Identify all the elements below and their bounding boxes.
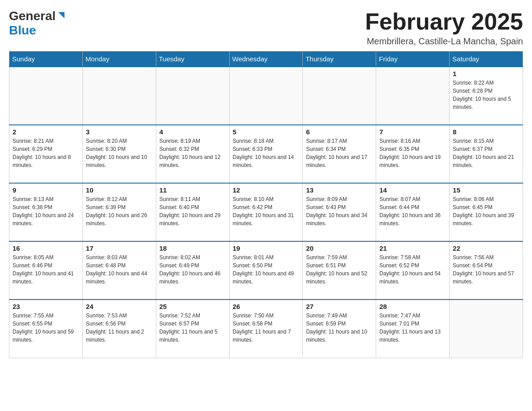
weekday-header-monday: Monday: [82, 51, 156, 67]
day-number: 17: [86, 244, 153, 252]
day-number: 23: [13, 303, 79, 310]
day-info: Sunrise: 8:10 AMSunset: 6:42 PMDaylight:…: [233, 195, 300, 227]
day-number: 25: [159, 303, 226, 310]
logo-triangle-icon: [56, 10, 66, 20]
logo-general: General: [9, 9, 56, 23]
day-number: 6: [306, 128, 373, 136]
day-number: 5: [233, 128, 300, 136]
calendar-cell: [156, 67, 229, 125]
day-number: 13: [306, 186, 373, 194]
calendar-cell: [82, 67, 156, 125]
day-number: 2: [13, 128, 79, 136]
day-number: 1: [453, 70, 519, 77]
calendar-cell: 12Sunrise: 8:10 AMSunset: 6:42 PMDayligh…: [229, 183, 303, 241]
day-info: Sunrise: 8:11 AMSunset: 6:40 PMDaylight:…: [159, 195, 226, 227]
day-info: Sunrise: 8:07 AMSunset: 6:44 PMDaylight:…: [379, 195, 446, 227]
day-info: Sunrise: 8:15 AMSunset: 6:37 PMDaylight:…: [453, 137, 519, 169]
page-header: General Blue February 2025 Membrillera, …: [9, 9, 523, 47]
calendar-cell: 2Sunrise: 8:21 AMSunset: 6:29 PMDaylight…: [9, 125, 83, 183]
calendar-cell: 21Sunrise: 7:58 AMSunset: 6:52 PMDayligh…: [376, 241, 450, 300]
calendar-cell: 28Sunrise: 7:47 AMSunset: 7:01 PMDayligh…: [376, 300, 450, 358]
day-number: 21: [379, 244, 446, 252]
day-info: Sunrise: 8:19 AMSunset: 6:32 PMDaylight:…: [159, 137, 226, 169]
calendar-cell: [229, 67, 303, 125]
day-number: 28: [379, 303, 446, 310]
calendar-cell: 14Sunrise: 8:07 AMSunset: 6:44 PMDayligh…: [376, 183, 450, 241]
day-info: Sunrise: 7:58 AMSunset: 6:52 PMDaylight:…: [379, 253, 446, 286]
day-info: Sunrise: 8:16 AMSunset: 6:35 PMDaylight:…: [379, 137, 446, 169]
week-row-1: 1Sunrise: 8:22 AMSunset: 6:28 PMDaylight…: [9, 67, 523, 125]
svg-marker-0: [58, 12, 64, 18]
calendar-cell: [450, 300, 523, 358]
day-info: Sunrise: 8:21 AMSunset: 6:29 PMDaylight:…: [13, 137, 79, 169]
week-row-3: 9Sunrise: 8:13 AMSunset: 6:38 PMDaylight…: [9, 183, 523, 241]
day-info: Sunrise: 7:55 AMSunset: 6:55 PMDaylight:…: [13, 312, 79, 344]
day-info: Sunrise: 7:59 AMSunset: 6:51 PMDaylight:…: [306, 253, 373, 286]
day-number: 22: [453, 244, 519, 252]
day-info: Sunrise: 7:53 AMSunset: 6:56 PMDaylight:…: [86, 312, 153, 344]
day-number: 16: [13, 244, 79, 252]
calendar-cell: 3Sunrise: 8:20 AMSunset: 6:30 PMDaylight…: [82, 125, 156, 183]
calendar-cell: 19Sunrise: 8:01 AMSunset: 6:50 PMDayligh…: [229, 241, 303, 300]
day-info: Sunrise: 8:18 AMSunset: 6:33 PMDaylight:…: [233, 137, 300, 169]
day-number: 15: [453, 186, 519, 194]
calendar-cell: 17Sunrise: 8:03 AMSunset: 6:48 PMDayligh…: [82, 241, 156, 300]
day-number: 7: [379, 128, 446, 136]
day-number: 9: [13, 186, 79, 194]
day-info: Sunrise: 8:20 AMSunset: 6:30 PMDaylight:…: [86, 137, 153, 169]
weekday-header-wednesday: Wednesday: [229, 51, 303, 67]
calendar-cell: 27Sunrise: 7:49 AMSunset: 6:59 PMDayligh…: [303, 300, 376, 358]
day-info: Sunrise: 8:06 AMSunset: 6:45 PMDaylight:…: [453, 195, 519, 227]
day-number: 14: [379, 186, 446, 194]
calendar-cell: 25Sunrise: 7:52 AMSunset: 6:57 PMDayligh…: [156, 300, 229, 358]
day-number: 12: [233, 186, 300, 194]
day-number: 10: [86, 186, 153, 194]
day-info: Sunrise: 8:22 AMSunset: 6:28 PMDaylight:…: [453, 79, 519, 111]
calendar-cell: 18Sunrise: 8:02 AMSunset: 6:49 PMDayligh…: [156, 241, 229, 300]
location-subtitle: Membrillera, Castille-La Mancha, Spain: [365, 36, 523, 47]
day-info: Sunrise: 7:50 AMSunset: 6:58 PMDaylight:…: [233, 312, 300, 344]
month-title: February 2025: [365, 9, 523, 34]
day-number: 26: [233, 303, 300, 310]
weekday-header-friday: Friday: [376, 51, 450, 67]
day-number: 19: [233, 244, 300, 252]
day-number: 3: [86, 128, 153, 136]
day-number: 27: [306, 303, 373, 310]
day-info: Sunrise: 7:52 AMSunset: 6:57 PMDaylight:…: [159, 312, 226, 344]
calendar-cell: 6Sunrise: 8:17 AMSunset: 6:34 PMDaylight…: [303, 125, 376, 183]
weekday-header-saturday: Saturday: [450, 51, 523, 67]
day-info: Sunrise: 8:03 AMSunset: 6:48 PMDaylight:…: [86, 253, 153, 286]
calendar-cell: 10Sunrise: 8:12 AMSunset: 6:39 PMDayligh…: [82, 183, 156, 241]
logo-blue: Blue: [9, 23, 36, 37]
calendar-cell: 16Sunrise: 8:05 AMSunset: 6:46 PMDayligh…: [9, 241, 83, 300]
weekday-header-row: SundayMondayTuesdayWednesdayThursdayFrid…: [9, 51, 523, 67]
calendar-cell: [303, 67, 376, 125]
calendar-cell: 24Sunrise: 7:53 AMSunset: 6:56 PMDayligh…: [82, 300, 156, 358]
weekday-header-sunday: Sunday: [9, 51, 83, 67]
calendar-cell: 4Sunrise: 8:19 AMSunset: 6:32 PMDaylight…: [156, 125, 229, 183]
logo: General Blue: [9, 9, 66, 38]
day-number: 24: [86, 303, 153, 310]
day-info: Sunrise: 8:05 AMSunset: 6:46 PMDaylight:…: [13, 253, 79, 286]
day-info: Sunrise: 8:02 AMSunset: 6:49 PMDaylight:…: [159, 253, 226, 286]
calendar-cell: 23Sunrise: 7:55 AMSunset: 6:55 PMDayligh…: [9, 300, 83, 358]
weekday-header-tuesday: Tuesday: [156, 51, 229, 67]
week-row-4: 16Sunrise: 8:05 AMSunset: 6:46 PMDayligh…: [9, 241, 523, 300]
week-row-5: 23Sunrise: 7:55 AMSunset: 6:55 PMDayligh…: [9, 300, 523, 358]
calendar-cell: 15Sunrise: 8:06 AMSunset: 6:45 PMDayligh…: [450, 183, 523, 241]
weekday-header-thursday: Thursday: [303, 51, 376, 67]
title-block: February 2025 Membrillera, Castille-La M…: [365, 9, 523, 47]
calendar-cell: 7Sunrise: 8:16 AMSunset: 6:35 PMDaylight…: [376, 125, 450, 183]
calendar-cell: [376, 67, 450, 125]
calendar-cell: 8Sunrise: 8:15 AMSunset: 6:37 PMDaylight…: [450, 125, 523, 183]
calendar-cell: 20Sunrise: 7:59 AMSunset: 6:51 PMDayligh…: [303, 241, 376, 300]
day-info: Sunrise: 8:13 AMSunset: 6:38 PMDaylight:…: [13, 195, 79, 227]
calendar-cell: [9, 67, 83, 125]
day-info: Sunrise: 7:56 AMSunset: 6:54 PMDaylight:…: [453, 253, 519, 286]
calendar-cell: 13Sunrise: 8:09 AMSunset: 6:43 PMDayligh…: [303, 183, 376, 241]
week-row-2: 2Sunrise: 8:21 AMSunset: 6:29 PMDaylight…: [9, 125, 523, 183]
calendar-table: SundayMondayTuesdayWednesdayThursdayFrid…: [9, 51, 523, 358]
day-info: Sunrise: 8:12 AMSunset: 6:39 PMDaylight:…: [86, 195, 153, 227]
day-number: 18: [159, 244, 226, 252]
day-info: Sunrise: 8:09 AMSunset: 6:43 PMDaylight:…: [306, 195, 373, 227]
